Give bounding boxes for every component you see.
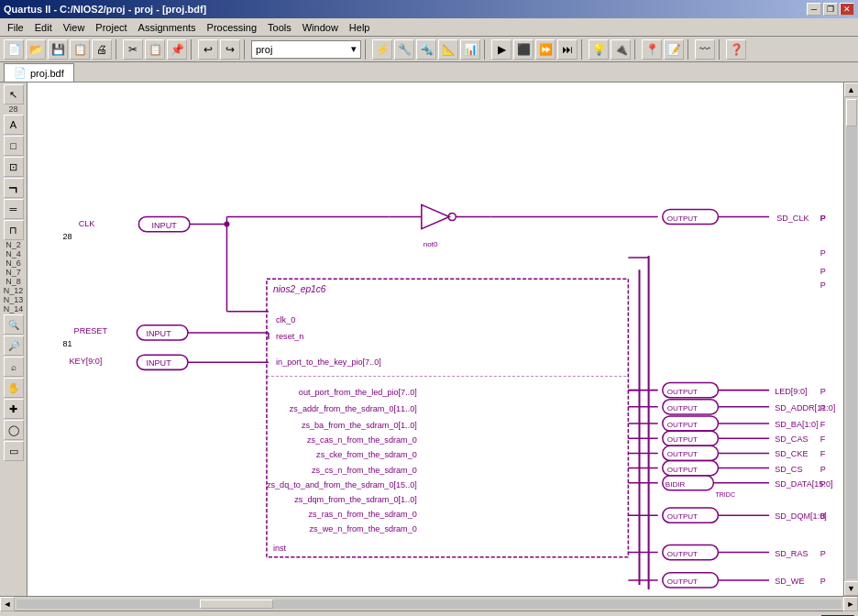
open-button[interactable]: 📂 xyxy=(26,39,46,60)
stop-button[interactable]: ⬛ xyxy=(513,39,534,60)
tab-bar: 📄 proj.bdf xyxy=(0,62,858,82)
project-dropdown[interactable]: proj ▾ xyxy=(251,40,361,59)
svg-text:F: F xyxy=(820,434,826,444)
svg-text:zs_ba_from_the_sdram_0[1..0]: zs_ba_from_the_sdram_0[1..0] xyxy=(302,421,417,430)
fit-button[interactable]: 📐 xyxy=(438,39,458,60)
analyze-button[interactable]: 🔧 xyxy=(394,39,414,60)
close-button[interactable]: ✕ xyxy=(840,3,854,16)
compile-button[interactable]: ⚡ xyxy=(372,39,392,60)
zoom-out-tool[interactable]: 🔎 xyxy=(4,336,24,356)
asm-button[interactable]: 📊 xyxy=(460,39,480,60)
n4-label: N_4 xyxy=(6,250,21,258)
sim-button[interactable]: 〰 xyxy=(695,39,715,60)
svg-text:SD_DQM[1:0]: SD_DQM[1:0] xyxy=(775,512,827,521)
menu-assignments[interactable]: Assignments xyxy=(133,18,202,36)
restore-button[interactable]: ❐ xyxy=(823,3,838,16)
tab-label: proj.bdf xyxy=(30,68,64,79)
redo-button[interactable]: ↪ xyxy=(220,39,240,60)
symbol-tool[interactable]: □ xyxy=(4,136,24,156)
scroll-up-button[interactable]: ▲ xyxy=(844,82,859,97)
svg-text:OUTPUT: OUTPUT xyxy=(667,421,698,429)
run2-button[interactable]: ⏩ xyxy=(535,39,556,60)
svg-text:zs_addr_from_the_sdram_0[11..0: zs_addr_from_the_sdram_0[11..0] xyxy=(290,404,417,413)
svg-text:reset_n: reset_n xyxy=(276,332,303,341)
menu-edit[interactable]: Edit xyxy=(29,18,58,36)
h-scrollbar: ◄ ► xyxy=(0,596,858,610)
rect-tool[interactable]: ▭ xyxy=(4,441,24,461)
svg-text:SD_RAS: SD_RAS xyxy=(775,549,808,558)
tab-icon: 📄 xyxy=(14,67,27,79)
save-button[interactable]: 💾 xyxy=(48,39,68,60)
toolbar: 📄 📂 💾 📋 🖨 ✂ 📋 📌 ↩ ↪ proj ▾ ⚡ 🔧 🔩 📐 📊 ▶ ⬛… xyxy=(0,37,858,62)
bus-tool[interactable]: ═ xyxy=(4,199,24,219)
svg-text:INPUT: INPUT xyxy=(152,221,178,230)
ellipse-tool[interactable]: ◯ xyxy=(4,420,24,440)
v-scroll-thumb[interactable] xyxy=(846,99,857,126)
minimize-button[interactable]: ─ xyxy=(807,3,821,16)
right-scrollbar[interactable]: ▲ ▼ xyxy=(843,82,858,596)
pin-button[interactable]: 📍 xyxy=(642,39,662,60)
svg-text:not0: not0 xyxy=(424,240,438,248)
svg-text:SD_CS: SD_CS xyxy=(775,465,802,474)
svg-text:SD_CAS: SD_CAS xyxy=(775,434,808,444)
find-tool[interactable]: ⌕ xyxy=(4,357,24,377)
h-scroll-thumb[interactable] xyxy=(200,600,273,609)
scroll-down-button[interactable]: ▼ xyxy=(844,581,859,596)
zoom-in-tool[interactable]: 🔍 xyxy=(4,314,24,335)
n14-label: N_14 xyxy=(4,305,24,314)
bdf-tab[interactable]: 📄 proj.bdf xyxy=(4,63,74,82)
menu-tools[interactable]: Tools xyxy=(262,18,297,36)
svg-text:SD_BA[1:0]: SD_BA[1:0] xyxy=(775,420,819,429)
run3-button[interactable]: ⏭ xyxy=(557,39,578,60)
left-toolbar: ↖ 28 A □ ⊡ ━┓ ═ ⊓ N_2 N_4 N_6 N_7 N_8 N_… xyxy=(0,82,28,596)
cut-button[interactable]: ✂ xyxy=(123,39,143,60)
menu-help[interactable]: Help xyxy=(344,18,376,36)
print-button[interactable]: 🖨 xyxy=(92,39,112,60)
synth-button[interactable]: 🔩 xyxy=(416,39,436,60)
select-tool[interactable]: ↖ xyxy=(4,84,24,104)
svg-marker-6 xyxy=(422,204,449,228)
text-tool[interactable]: A xyxy=(4,115,24,135)
svg-text:zs_cs_n_from_the_sdram_0: zs_cs_n_from_the_sdram_0 xyxy=(312,466,417,475)
save-all-button[interactable]: 📋 xyxy=(70,39,90,60)
cross-tool[interactable]: ✚ xyxy=(4,399,24,419)
svg-text:zs_dq_to_and_from_the_sdram_0[: zs_dq_to_and_from_the_sdram_0[15..0] xyxy=(267,480,417,490)
svg-text:TRIDC: TRIDC xyxy=(715,491,735,498)
svg-text:P: P xyxy=(820,267,826,276)
svg-text:B: B xyxy=(820,512,826,521)
paste-button[interactable]: 📌 xyxy=(167,39,187,60)
help-button[interactable]: ❓ xyxy=(726,39,746,60)
copy-button[interactable]: 📋 xyxy=(145,39,165,60)
conduit-tool[interactable]: ⊓ xyxy=(4,220,24,240)
scroll-right-button[interactable]: ► xyxy=(843,597,858,611)
separator-5 xyxy=(484,39,488,60)
prog2-button[interactable]: 🔌 xyxy=(610,39,631,60)
wire-tool[interactable]: ━┓ xyxy=(4,178,24,198)
svg-text:CLK: CLK xyxy=(79,219,95,228)
block-tool[interactable]: ⊡ xyxy=(4,157,24,177)
separator-8 xyxy=(688,39,691,60)
menu-file[interactable]: File xyxy=(2,18,29,36)
prog-button[interactable]: 💡 xyxy=(588,39,609,60)
svg-text:P: P xyxy=(820,248,826,258)
svg-text:INPUT: INPUT xyxy=(146,358,171,368)
svg-text:OUTPUT: OUTPUT xyxy=(667,578,698,586)
start-button[interactable]: ▶ xyxy=(491,39,512,60)
menu-view[interactable]: View xyxy=(58,18,91,36)
svg-text:OUTPUT: OUTPUT xyxy=(667,388,698,396)
assign-button[interactable]: 📝 xyxy=(664,39,684,60)
scroll-left-button[interactable]: ◄ xyxy=(0,597,15,611)
svg-text:F: F xyxy=(820,420,826,429)
menu-processing[interactable]: Processing xyxy=(202,18,262,36)
hand-tool[interactable]: ✋ xyxy=(4,378,24,398)
menu-project[interactable]: Project xyxy=(90,18,132,36)
undo-button[interactable]: ↩ xyxy=(198,39,218,60)
n8-label: N_8 xyxy=(6,278,21,286)
title-bar: Quartus II - C:/NIOS2/proj - proj - [pro… xyxy=(0,0,858,18)
menu-window[interactable]: Window xyxy=(297,18,344,36)
separator-7 xyxy=(634,39,638,60)
svg-text:OUTPUT: OUTPUT xyxy=(667,550,698,558)
canvas-area[interactable]: CLK INPUT not0 OUTPUT SD_CLK P xyxy=(28,82,843,596)
n13-label: N_13 xyxy=(4,296,24,304)
new-button[interactable]: 📄 xyxy=(4,39,24,60)
